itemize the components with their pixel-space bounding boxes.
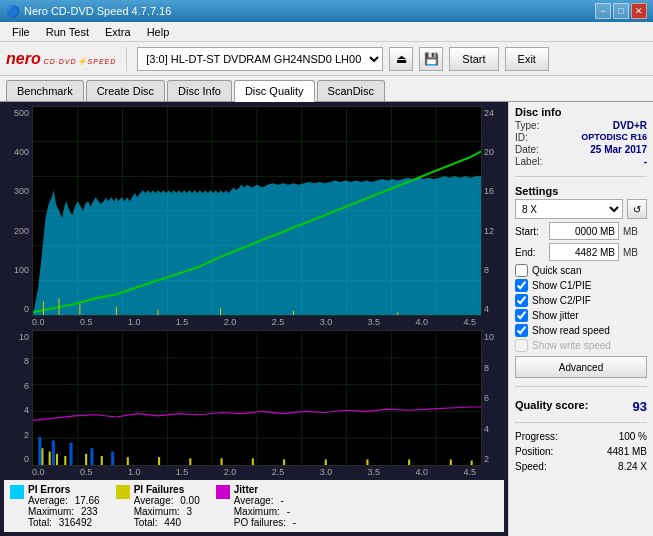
bot-x-2.0: 2.0 — [224, 467, 237, 477]
pi-errors-total-label: Total: — [28, 517, 52, 528]
pi-failures-label: PI Failures — [134, 484, 200, 495]
start-label: Start: — [515, 226, 545, 237]
eject-icon-button[interactable]: ⏏ — [389, 47, 413, 71]
show-jitter-checkbox[interactable] — [515, 309, 528, 322]
pi-failures-max-label: Maximum: — [134, 506, 180, 517]
speed-label: Speed: — [515, 461, 547, 472]
show-c1pie-row: Show C1/PIE — [515, 279, 647, 292]
menu-extra[interactable]: Extra — [97, 24, 139, 40]
start-input[interactable] — [549, 222, 619, 240]
pi-errors-avg-value: 17.66 — [75, 495, 100, 506]
pi-failures-color-box — [116, 485, 130, 499]
top-y-left-100: 100 — [14, 265, 29, 275]
speed-select[interactable]: 8 X — [515, 199, 623, 219]
tab-disc-info[interactable]: Disc Info — [167, 80, 232, 101]
bot-x-4.0: 4.0 — [416, 467, 429, 477]
svg-rect-56 — [90, 448, 93, 465]
svg-rect-55 — [69, 443, 72, 465]
disc-date-label: Date: — [515, 144, 539, 155]
top-x-3.5: 3.5 — [368, 317, 381, 327]
jitter-max-label: Maximum: — [234, 506, 280, 517]
position-row: Position: 4481 MB — [515, 446, 647, 457]
jitter-stat: Jitter Average: - Maximum: - PO failures… — [216, 484, 296, 528]
divider-1 — [515, 176, 647, 177]
bot-y-right-6: 6 — [484, 393, 489, 403]
top-y-right-20: 20 — [484, 147, 494, 157]
bot-y-left-6: 6 — [24, 381, 29, 391]
bot-y-right-2: 2 — [484, 454, 489, 464]
start-button[interactable]: Start — [449, 47, 498, 71]
top-y-right-8: 8 — [484, 265, 489, 275]
quick-scan-checkbox[interactable] — [515, 264, 528, 277]
svg-marker-14 — [33, 176, 481, 315]
top-x-2.5: 2.5 — [272, 317, 285, 327]
disc-date-row: Date: 25 Mar 2017 — [515, 144, 647, 155]
settings-refresh-button[interactable]: ↺ — [627, 199, 647, 219]
menu-help[interactable]: Help — [139, 24, 178, 40]
show-read-speed-checkbox[interactable] — [515, 324, 528, 337]
jitter-po-label: PO failures: — [234, 517, 286, 528]
end-input[interactable] — [549, 243, 619, 261]
pi-errors-avg-row: Average: 17.66 — [28, 495, 100, 506]
settings-section: Settings 8 X ↺ Start: MB End: MB Quick s… — [515, 185, 647, 378]
disc-date-value: 25 Mar 2017 — [590, 144, 647, 155]
svg-rect-44 — [189, 458, 191, 465]
pi-failures-total-row: Total: 440 — [134, 517, 200, 528]
bot-x-0.0: 0.0 — [32, 467, 45, 477]
jitter-po-row: PO failures: - — [234, 517, 296, 528]
position-label: Position: — [515, 446, 553, 457]
tab-create-disc[interactable]: Create Disc — [86, 80, 165, 101]
show-read-speed-row: Show read speed — [515, 324, 647, 337]
show-c2pif-checkbox[interactable] — [515, 294, 528, 307]
top-x-4.0: 4.0 — [416, 317, 429, 327]
title-bar: 🔵 Nero CD-DVD Speed 4.7.7.16 − □ ✕ — [0, 0, 653, 22]
pi-failures-max-row: Maximum: 3 — [134, 506, 200, 517]
show-write-speed-checkbox[interactable] — [515, 339, 528, 352]
tab-disc-quality[interactable]: Disc Quality — [234, 80, 315, 102]
disc-info-title: Disc info — [515, 106, 647, 118]
disc-type-label: Type: — [515, 120, 539, 131]
jitter-max-value: - — [287, 506, 290, 517]
top-y-left-500: 500 — [14, 108, 29, 118]
menu-run-test[interactable]: Run Test — [38, 24, 97, 40]
jitter-avg-label: Average: — [234, 495, 274, 506]
pi-errors-total-value: 316492 — [59, 517, 92, 528]
bot-y-right-10: 10 — [484, 332, 494, 342]
top-y-left-0: 0 — [24, 304, 29, 314]
divider-3 — [515, 422, 647, 423]
bottom-chart-svg — [33, 331, 481, 465]
quality-score-value: 93 — [633, 399, 647, 414]
progress-label: Progress: — [515, 431, 558, 442]
pi-errors-max-row: Maximum: 233 — [28, 506, 100, 517]
bot-y-left-8: 8 — [24, 356, 29, 366]
svg-rect-48 — [325, 459, 327, 465]
tab-scan-disc[interactable]: ScanDisc — [317, 80, 385, 101]
right-panel: Disc info Type: DVD+R ID: OPTODISC R16 D… — [508, 102, 653, 536]
show-jitter-label: Show jitter — [532, 310, 579, 321]
jitter-po-value: - — [293, 517, 296, 528]
minimize-button[interactable]: − — [595, 3, 611, 19]
show-c1pie-checkbox[interactable] — [515, 279, 528, 292]
show-c2pif-label: Show C2/PIF — [532, 295, 591, 306]
drive-select[interactable]: [3:0] HL-DT-ST DVDRAM GH24NSD0 LH00 — [137, 47, 383, 71]
close-button[interactable]: ✕ — [631, 3, 647, 19]
divider-2 — [515, 386, 647, 387]
save-icon-button[interactable]: 💾 — [419, 47, 443, 71]
end-label: End: — [515, 247, 545, 258]
disc-info-section: Disc info Type: DVD+R ID: OPTODISC R16 D… — [515, 106, 647, 168]
progress-value: 100 % — [619, 431, 647, 442]
menu-bar: File Run Test Extra Help — [0, 22, 653, 42]
bot-y-right-4: 4 — [484, 424, 489, 434]
exit-button[interactable]: Exit — [505, 47, 549, 71]
advanced-button[interactable]: Advanced — [515, 356, 647, 378]
tab-benchmark[interactable]: Benchmark — [6, 80, 84, 101]
svg-rect-36 — [41, 448, 43, 465]
maximize-button[interactable]: □ — [613, 3, 629, 19]
nero-logo: nero CD·DVD⚡SPEED — [6, 50, 116, 68]
menu-file[interactable]: File — [4, 24, 38, 40]
top-chart-svg — [33, 107, 481, 315]
start-mb-label: MB — [623, 226, 638, 237]
jitter-label: Jitter — [234, 484, 296, 495]
top-y-left-300: 300 — [14, 186, 29, 196]
top-y-right-24: 24 — [484, 108, 494, 118]
